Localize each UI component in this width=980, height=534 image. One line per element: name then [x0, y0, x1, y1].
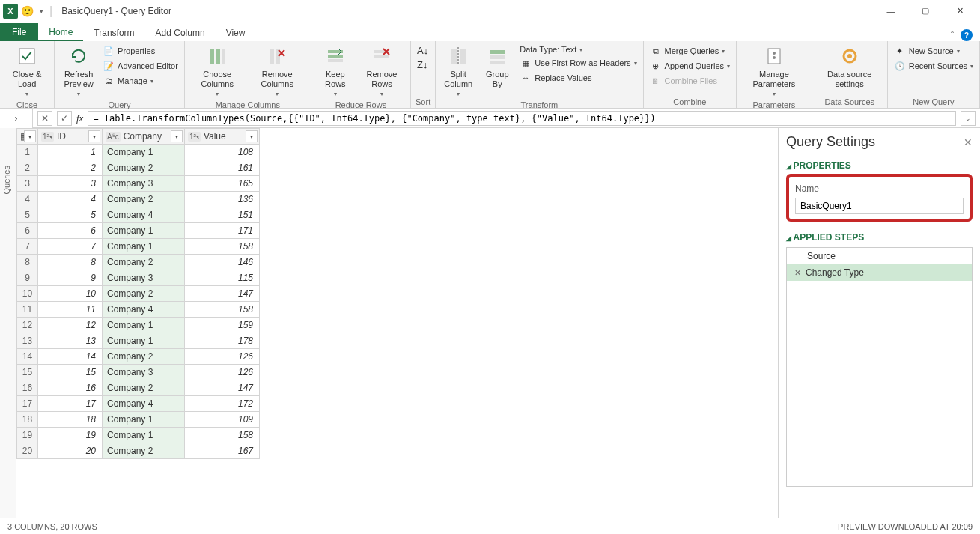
- index-filter[interactable]: ▾: [24, 130, 36, 142]
- recent-sources-button[interactable]: 🕓Recent Sources: [892, 59, 975, 73]
- table-row[interactable]: 33Company 3165: [17, 176, 260, 192]
- tab-add-column[interactable]: Add Column: [145, 25, 216, 41]
- tab-home[interactable]: Home: [38, 24, 83, 41]
- cell-value[interactable]: 167: [185, 443, 260, 459]
- tab-view[interactable]: View: [216, 25, 256, 41]
- cell-id[interactable]: 7: [38, 239, 103, 255]
- cell-company[interactable]: Company 3: [103, 365, 185, 380]
- sort-asc-button[interactable]: A↓: [416, 44, 430, 57]
- table-row[interactable]: 55Company 4151: [17, 207, 260, 223]
- cell-id[interactable]: 1: [38, 145, 103, 160]
- collapse-ribbon-icon[interactable]: ˄: [950, 30, 955, 40]
- cell-company[interactable]: Company 2: [103, 443, 185, 459]
- remove-columns-button[interactable]: Remove Columns: [249, 43, 306, 99]
- filter-button[interactable]: ▾: [246, 130, 258, 142]
- minimize-button[interactable]: —: [874, 0, 908, 22]
- refresh-preview-button[interactable]: Refresh Preview: [59, 43, 98, 99]
- queries-pane[interactable]: Queries: [0, 128, 16, 533]
- table-row[interactable]: 1111Company 4158: [17, 302, 260, 318]
- cell-value[interactable]: 165: [185, 176, 260, 192]
- table-row[interactable]: 99Company 3115: [17, 270, 260, 286]
- fx-icon[interactable]: fx: [76, 112, 83, 124]
- cell-id[interactable]: 16: [38, 380, 103, 396]
- data-source-settings-button[interactable]: Data source settings: [817, 43, 883, 91]
- cell-id[interactable]: 20: [38, 443, 103, 459]
- close-load-button[interactable]: Close & Load: [4, 43, 49, 99]
- cell-value[interactable]: 136: [185, 192, 260, 207]
- cell-id[interactable]: 13: [38, 333, 103, 349]
- table-row[interactable]: 1313Company 1178: [17, 333, 260, 349]
- cell-company[interactable]: Company 1: [103, 223, 185, 239]
- table-row[interactable]: 1616Company 2147: [17, 380, 260, 396]
- cell-id[interactable]: 4: [38, 192, 103, 207]
- table-row[interactable]: 2020Company 2167: [17, 443, 260, 459]
- cell-value[interactable]: 108: [185, 145, 260, 160]
- cell-company[interactable]: Company 1: [103, 239, 185, 255]
- cell-value[interactable]: 151: [185, 207, 260, 223]
- cell-value[interactable]: 146: [185, 255, 260, 270]
- cell-company[interactable]: Company 2: [103, 255, 185, 270]
- manage-parameters-button[interactable]: Manage Parameters: [741, 43, 807, 99]
- cell-value[interactable]: 126: [185, 349, 260, 365]
- properties-header[interactable]: PROPERTIES: [786, 160, 973, 171]
- cell-company[interactable]: Company 3: [103, 176, 185, 192]
- data-table[interactable]: ▦▾1²₃ID▾AᴮcCompany▾1²₃Value▾ 11Company 1…: [16, 128, 778, 533]
- table-row[interactable]: 66Company 1171: [17, 223, 260, 239]
- append-queries-button[interactable]: ⊕Append Queries: [648, 59, 732, 73]
- formula-input[interactable]: [88, 111, 956, 126]
- cell-id[interactable]: 12: [38, 318, 103, 333]
- column-header-company[interactable]: AᴮcCompany▾: [103, 129, 185, 145]
- close-settings-button[interactable]: ✕: [964, 136, 973, 148]
- cell-company[interactable]: Company 4: [103, 207, 185, 223]
- applied-step[interactable]: ✕Changed Type: [787, 264, 972, 281]
- manage-button[interactable]: 🗂Manage: [101, 74, 180, 88]
- cell-value[interactable]: 109: [185, 412, 260, 428]
- table-row[interactable]: 1515Company 3126: [17, 365, 260, 380]
- applied-step[interactable]: Source: [787, 248, 972, 264]
- table-row[interactable]: 1010Company 2147: [17, 286, 260, 302]
- data-type-button[interactable]: Data Type: Text: [518, 44, 638, 55]
- cell-value[interactable]: 159: [185, 318, 260, 333]
- tab-transform[interactable]: Transform: [83, 25, 144, 41]
- expand-nav-icon[interactable]: ›: [15, 113, 18, 124]
- cell-company[interactable]: Company 1: [103, 318, 185, 333]
- table-row[interactable]: 1414Company 2126: [17, 349, 260, 365]
- cell-value[interactable]: 126: [185, 365, 260, 380]
- table-row[interactable]: 1212Company 1159: [17, 318, 260, 333]
- filter-button[interactable]: ▾: [88, 130, 100, 142]
- cell-company[interactable]: Company 3: [103, 270, 185, 286]
- column-header-value[interactable]: 1²₃Value▾: [185, 129, 260, 145]
- cell-company[interactable]: Company 1: [103, 145, 185, 160]
- query-name-input[interactable]: [795, 198, 964, 214]
- remove-rows-button[interactable]: Remove Rows: [358, 43, 406, 99]
- help-icon[interactable]: ?: [961, 29, 973, 41]
- column-header-id[interactable]: 1²₃ID▾: [38, 129, 103, 145]
- cell-value[interactable]: 158: [185, 302, 260, 318]
- cell-value[interactable]: 171: [185, 223, 260, 239]
- cell-company[interactable]: Company 2: [103, 160, 185, 176]
- commit-formula-button[interactable]: ✓: [57, 111, 72, 126]
- cell-value[interactable]: 115: [185, 270, 260, 286]
- choose-columns-button[interactable]: Choose Columns: [189, 43, 246, 99]
- cell-value[interactable]: 158: [185, 239, 260, 255]
- cell-id[interactable]: 3: [38, 176, 103, 192]
- properties-button[interactable]: 📄Properties: [101, 44, 180, 58]
- cell-company[interactable]: Company 1: [103, 333, 185, 349]
- smile-icon[interactable]: 🙂: [21, 5, 34, 17]
- cell-value[interactable]: 147: [185, 380, 260, 396]
- merge-queries-button[interactable]: ⧉Merge Queries: [648, 44, 732, 58]
- cell-id[interactable]: 8: [38, 255, 103, 270]
- formula-dropdown[interactable]: ⌄: [961, 111, 976, 126]
- cell-company[interactable]: Company 2: [103, 286, 185, 302]
- table-row[interactable]: 88Company 2146: [17, 255, 260, 270]
- cell-id[interactable]: 17: [38, 396, 103, 412]
- sort-desc-button[interactable]: Z↓: [416, 58, 430, 71]
- table-row[interactable]: 44Company 2136: [17, 192, 260, 207]
- close-window-button[interactable]: ✕: [943, 0, 977, 22]
- cell-value[interactable]: 161: [185, 160, 260, 176]
- cell-id[interactable]: 5: [38, 207, 103, 223]
- cell-value[interactable]: 172: [185, 396, 260, 412]
- delete-step-icon[interactable]: ✕: [794, 268, 801, 278]
- cell-id[interactable]: 14: [38, 349, 103, 365]
- group-by-button[interactable]: Group By: [479, 43, 515, 91]
